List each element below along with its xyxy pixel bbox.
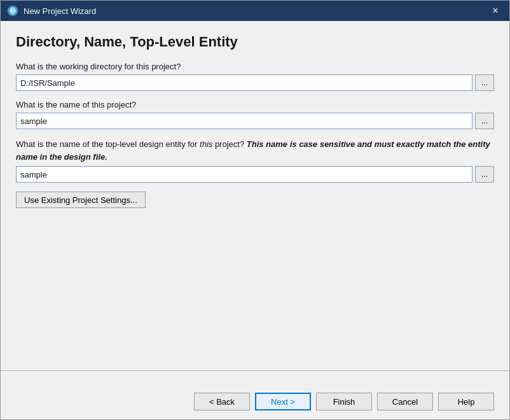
working-dir-browse-button[interactable]: ...	[475, 74, 494, 91]
working-dir-row: ...	[16, 74, 494, 91]
dialog-content: Directory, Name, Top-Level Entity What i…	[1, 21, 509, 384]
back-button[interactable]: < Back	[194, 393, 250, 410]
top-level-label: What is the name of the top-level design…	[16, 138, 494, 163]
title-bar: New Project Wizard ×	[1, 1, 509, 21]
help-button[interactable]: Help	[438, 393, 494, 410]
project-name-browse-button[interactable]: ...	[475, 113, 494, 129]
top-level-row: ...	[16, 166, 494, 183]
top-level-browse-button[interactable]: ...	[475, 166, 494, 183]
project-name-label: What is the name of this project?	[16, 100, 494, 109]
dialog-footer: < Back Next > Finish Cancel Help	[1, 384, 509, 419]
content-spacer	[16, 217, 494, 361]
use-existing-button[interactable]: Use Existing Project Settings...	[16, 192, 146, 208]
wizard-icon	[7, 5, 18, 17]
close-button[interactable]: ×	[488, 3, 503, 18]
top-level-input[interactable]	[16, 166, 472, 183]
title-bar-text: New Project Wizard	[24, 6, 483, 16]
project-name-section: What is the name of this project? ...	[16, 100, 494, 129]
finish-button[interactable]: Finish	[316, 393, 372, 410]
working-dir-input[interactable]	[16, 74, 472, 91]
page-title: Directory, Name, Top-Level Entity	[16, 34, 494, 50]
next-button[interactable]: Next >	[255, 393, 311, 410]
use-existing-section: Use Existing Project Settings...	[16, 192, 494, 208]
project-name-input[interactable]	[16, 113, 472, 129]
working-dir-section: What is the working directory for this p…	[16, 62, 494, 91]
project-name-row: ...	[16, 113, 494, 129]
working-dir-label: What is the working directory for this p…	[16, 62, 494, 71]
top-level-section: What is the name of the top-level design…	[16, 138, 494, 183]
footer-divider	[1, 370, 509, 371]
cancel-button[interactable]: Cancel	[377, 393, 433, 410]
dialog-window: New Project Wizard × Directory, Name, To…	[0, 0, 510, 420]
